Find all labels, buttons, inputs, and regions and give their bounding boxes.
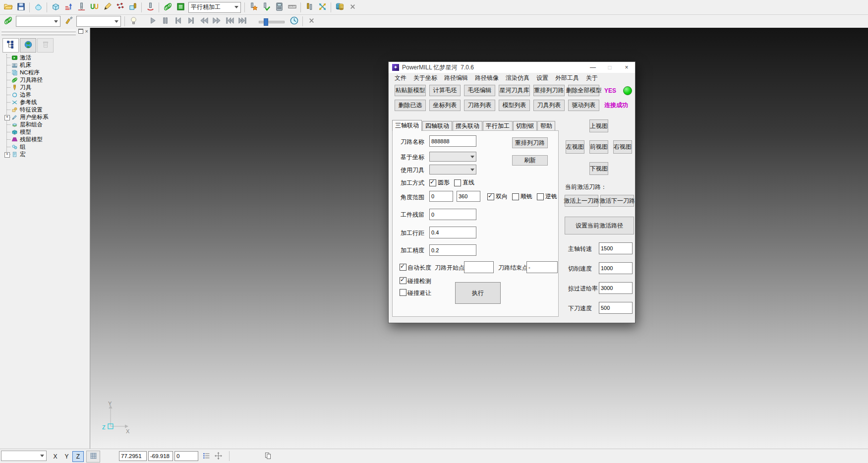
tree-item-tools[interactable]: 刀具 xyxy=(3,84,89,91)
tree-item-nc-programs[interactable]: NC程序 xyxy=(3,69,89,76)
sim-pause-button[interactable] xyxy=(159,15,172,27)
menu-file[interactable]: 文件 xyxy=(391,74,410,82)
dialog-button-coord-list[interactable]: 坐标列表 xyxy=(429,100,461,111)
open-project-button[interactable] xyxy=(1,1,14,13)
auto-length-checkbox[interactable] xyxy=(400,264,406,271)
tree-item-stock-models[interactable]: 残留模型 xyxy=(3,136,89,143)
option-climb[interactable]: 顺铣 xyxy=(512,192,532,201)
block-button[interactable] xyxy=(49,1,62,13)
refresh-button[interactable]: 刷新 xyxy=(512,155,548,166)
climb-checkbox[interactable] xyxy=(512,193,519,200)
model-compare-button[interactable] xyxy=(333,1,346,13)
plunge-tool-button[interactable] xyxy=(144,1,157,13)
option-bidirectional[interactable]: 双向 xyxy=(487,192,508,201)
activate-next-toolpath-button[interactable]: 激活下一刀路 xyxy=(600,195,634,207)
spindle-speed-input[interactable] xyxy=(599,242,633,254)
toolpath-verify-button[interactable] xyxy=(260,1,273,13)
tolerance-input[interactable] xyxy=(429,244,476,256)
panel-float-icon[interactable] xyxy=(78,29,83,34)
dialog-titlebar[interactable]: ✦ PowerMILL 忆梦星河 7.0.6 — □ × xyxy=(389,62,635,73)
stepover-input[interactable] xyxy=(429,227,476,238)
tree-item-levels-and-sets[interactable]: 层和组合 xyxy=(3,121,89,128)
angle-to-input[interactable] xyxy=(457,191,480,202)
strategy-select-combo[interactable]: 平行精加工 xyxy=(188,2,241,13)
end-point-input[interactable] xyxy=(526,261,558,273)
tree-item-patterns[interactable]: 参考线 xyxy=(3,99,89,106)
stock-allowance-input[interactable] xyxy=(429,209,476,220)
workplane-pencil-button[interactable] xyxy=(101,1,114,13)
close-button[interactable]: × xyxy=(618,62,635,73)
pages-icon[interactable] xyxy=(264,452,272,460)
measure-button[interactable] xyxy=(286,1,298,13)
toolpath-select-combo[interactable] xyxy=(16,16,60,27)
skim-feed-input[interactable] xyxy=(599,282,633,294)
toolpath-spring-button[interactable] xyxy=(161,1,174,13)
dialog-button-drive-list[interactable]: 驱动列表 xyxy=(568,100,599,111)
slider-handle[interactable] xyxy=(264,18,268,26)
model-glass-button[interactable] xyxy=(32,1,45,13)
dialog-button-xinghe-tool-library[interactable]: 星河刀具库 xyxy=(499,85,530,96)
drag-axes-icon[interactable] xyxy=(214,452,223,460)
list-settings-icon[interactable] xyxy=(202,452,211,460)
tree-item-boundaries[interactable]: 边界 xyxy=(3,91,89,99)
axis-z-button[interactable]: Z xyxy=(72,451,84,462)
use-tool-select[interactable] xyxy=(429,165,476,174)
start-end-point-button[interactable] xyxy=(75,1,88,13)
expand-plus-icon[interactable]: + xyxy=(4,115,10,120)
linear-checkbox[interactable] xyxy=(454,179,461,186)
tree-item-models[interactable]: 模型 xyxy=(3,128,89,136)
maximize-button[interactable]: □ xyxy=(601,62,618,73)
cutting-feed-input[interactable] xyxy=(599,262,633,274)
sim-fast-forward-button[interactable] xyxy=(210,15,223,27)
execute-button[interactable]: 执行 xyxy=(455,282,501,304)
panel-grip[interactable] xyxy=(1,30,76,32)
sim-rewind-button[interactable] xyxy=(197,15,210,27)
collision-check-checkbox[interactable] xyxy=(400,277,406,284)
collision-burst-button[interactable] xyxy=(247,1,260,13)
tree-item-groups[interactable]: 组 xyxy=(3,143,89,151)
leads-and-links-button[interactable] xyxy=(88,1,101,13)
panel-grip[interactable] xyxy=(1,33,76,35)
dialog-button-compute-block[interactable]: 计算毛坯 xyxy=(429,85,461,96)
start-point-input[interactable] xyxy=(464,261,494,273)
axis-y-button[interactable]: Y xyxy=(61,451,72,462)
set-active-path-button[interactable]: 设置当前激活路径 xyxy=(565,217,634,234)
dialog-button-paste-new-model[interactable]: 粘贴新模型 xyxy=(395,85,426,96)
rearrange-toolpath-button[interactable]: 重排列刀路 xyxy=(512,137,548,148)
pattern-diamonds-button[interactable] xyxy=(114,1,126,13)
status-combo[interactable] xyxy=(1,451,47,461)
tree-item-toolpaths[interactable]: 刀具路径 xyxy=(3,76,89,84)
based-coord-select[interactable] xyxy=(429,152,476,162)
explorer-tab-recycle-bin[interactable] xyxy=(37,38,54,53)
dialog-button-tool-list[interactable]: 刀具列表 xyxy=(533,100,565,111)
toolpath-spring-button[interactable] xyxy=(1,15,14,27)
dialog-button-toolpath-list[interactable]: 刀路列表 xyxy=(464,100,495,111)
coord-x-input[interactable] xyxy=(119,451,147,461)
tree-item-workplanes[interactable]: +用户坐标系 xyxy=(3,114,89,121)
bidirectional-checkbox[interactable] xyxy=(487,193,494,200)
sim-skip-start-button[interactable] xyxy=(223,15,236,27)
tab-three-axis[interactable]: 三轴联动 xyxy=(392,120,422,131)
dialog-button-edit-block[interactable]: 毛坯编辑 xyxy=(464,85,495,96)
save-project-button[interactable] xyxy=(14,1,27,13)
menu-path-mirror[interactable]: 路径镜像 xyxy=(471,74,502,82)
collision-avoid-checkbox[interactable] xyxy=(400,289,406,296)
toolbar-close-button[interactable] xyxy=(346,1,359,13)
sim-step-forward-button[interactable] xyxy=(184,15,197,27)
tab-parallel[interactable]: 平行加工 xyxy=(483,121,513,131)
tab-tilt-head[interactable]: 摆头联动 xyxy=(453,121,482,131)
option-circular[interactable]: 圆形 xyxy=(429,178,450,187)
dialog-button-delete-selected[interactable]: 删除已选 xyxy=(395,100,426,111)
dialog-button-model-list[interactable]: 模型列表 xyxy=(499,100,530,111)
sim-speed-slider[interactable] xyxy=(259,18,285,25)
view-left-button[interactable]: 左视图 xyxy=(566,140,584,154)
axis-x-button[interactable]: X xyxy=(50,451,61,462)
explorer-tab-web-globe[interactable] xyxy=(20,38,36,53)
coord-z-input[interactable] xyxy=(174,451,198,461)
view-right-button[interactable]: 右视图 xyxy=(613,140,632,154)
sim-step-back-button[interactable] xyxy=(172,15,184,27)
menu-settings[interactable]: 设置 xyxy=(533,74,552,82)
explorer-tab-explorer-tree[interactable] xyxy=(2,38,19,53)
conventional-checkbox[interactable] xyxy=(537,193,544,200)
tool-select-combo[interactable] xyxy=(76,16,121,27)
